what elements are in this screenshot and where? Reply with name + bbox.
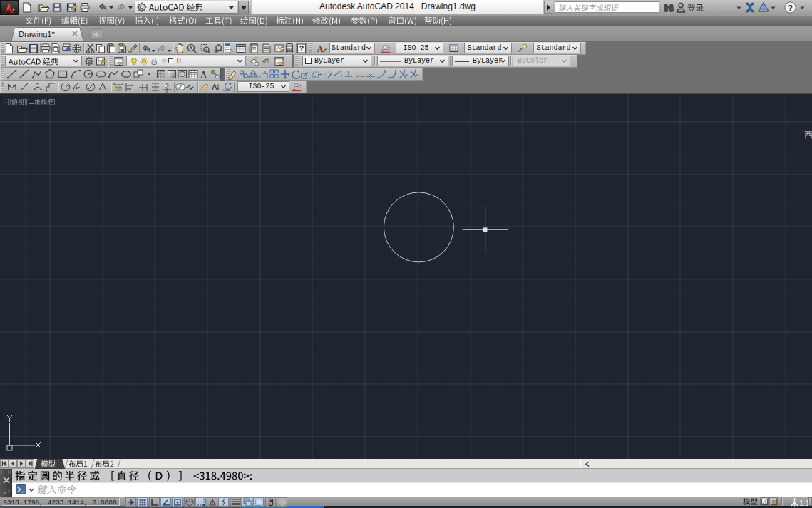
svg-text:A: A (317, 43, 324, 54)
svg-text:?: ? (788, 4, 793, 12)
svg-text:?: ? (299, 44, 304, 53)
svg-text:A: A (200, 70, 207, 81)
svg-text:A: A (212, 83, 217, 91)
